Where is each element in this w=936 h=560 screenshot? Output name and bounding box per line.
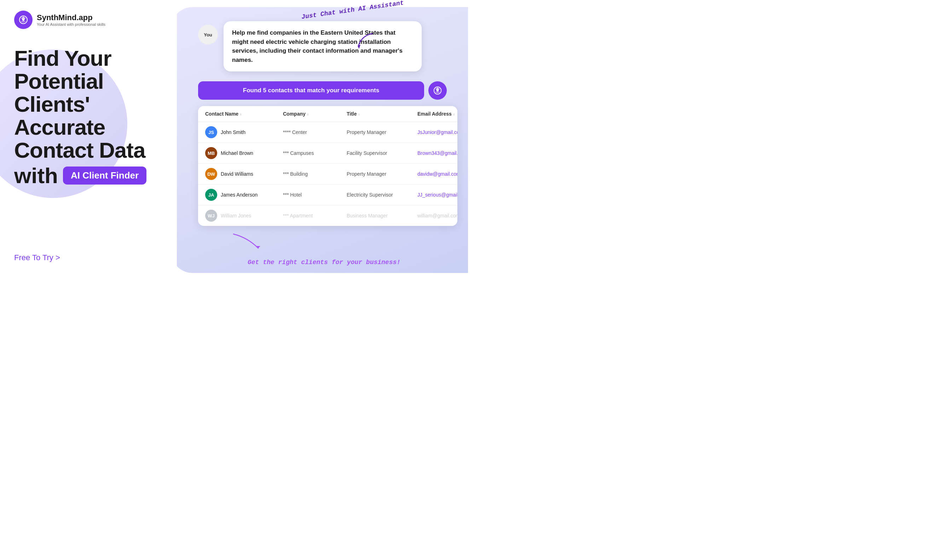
free-to-try-section: Free To Try > [14,253,163,269]
header-company: Company ↓ [283,111,347,117]
title-cell: Electricity Supervisor [347,192,418,198]
table-row: WJ William Jones *** Apartment Business … [198,205,457,226]
logo-area: SynthMind.app Your AI Assistant with pro… [14,11,163,29]
avatar: WJ [205,210,217,222]
table-row: DW David Williams *** Building Property … [198,164,457,185]
company-name: *** Apartment [283,213,313,218]
chat-message: Help me find companies in the Eastern Un… [232,28,413,65]
hero-with: with [14,163,58,188]
avatar: DW [205,168,217,180]
email-address: william@gmail.com [418,213,457,218]
company-name: **** Center [283,129,307,135]
title-cell: Facility Supervisor [347,150,418,156]
hero-line2: Potential [14,70,163,92]
company-cell: *** Campuses [283,150,347,156]
chat-section: You Help me find companies in the Easter… [198,21,447,71]
logo-subtitle: Your AI Assistant with professional skil… [37,22,105,26]
hero-line4: Accurate [14,115,163,138]
header-contact-name: Contact Name ↓ [205,111,283,117]
sort-arrow-email[interactable]: ↓ [453,112,455,116]
company-name: *** Building [283,171,308,177]
email-address: Brown343@gmail.com [418,150,457,156]
email-address: JJ_serious@gmail.com [418,192,457,198]
company-name: *** Campuses [283,150,314,156]
hero-text: Find Your Potential Clients' Accurate Co… [14,47,163,188]
just-chat-arrow [355,32,376,49]
free-to-try-link[interactable]: Free To Try > [14,253,60,262]
contact-name: James Anderson [221,192,258,198]
sort-arrow-company[interactable]: ↓ [307,112,309,116]
logo-title: SynthMind.app [37,13,105,22]
sort-arrow-title[interactable]: ↓ [358,112,360,116]
title-cell: Property Manager [347,171,418,177]
name-cell: MB Michael Brown [205,147,283,159]
ai-client-finder-badge[interactable]: AI Client Finder [63,166,146,185]
contact-name: Michael Brown [221,150,253,156]
job-title: Business Manager [347,213,388,218]
found-contacts-bar: Found 5 contacts that match your require… [198,81,447,100]
company-cell: **** Center [283,129,347,135]
avatar: JS [205,126,217,138]
table-row: MB Michael Brown *** Campuses Facility S… [198,143,457,164]
title-cell: Property Manager [347,129,418,135]
title-cell: Business Manager [347,212,418,219]
header-email: Email Address ↓ [418,111,457,117]
svg-marker-5 [255,246,261,248]
table-row: JA James Anderson *** Hotel Electricity … [198,185,457,205]
company-cell: *** Building [283,171,347,177]
contact-name: William Jones [221,213,251,218]
company-name: *** Hotel [283,192,302,198]
contact-name: David Williams [221,171,253,177]
hero-line5: Contact Data [14,138,163,162]
hero-line1: Find Your [14,47,163,70]
logo-icon [14,11,32,29]
svg-point-1 [22,19,25,21]
email-cell: davidw@gmail.com [418,171,457,177]
name-cell: JA James Anderson [205,189,283,201]
header-title: Title ↓ [347,111,418,117]
svg-point-4 [436,89,439,92]
bottom-arrow [227,231,269,252]
avatar: MB [205,147,217,159]
email-address: JsJunior@gmail.com [418,129,457,135]
name-cell: JS John Smith [205,126,283,138]
email-cell: william@gmail.com [418,212,457,219]
company-cell: *** Apartment [283,212,347,219]
email-address: davidw@gmail.com [418,171,457,177]
avatar: JA [205,189,217,201]
contacts-table: Contact Name ↓ Company ↓ Title ↓ Email A… [198,106,457,226]
table-row: JS John Smith **** Center Property Manag… [198,122,457,143]
job-title: Facility Supervisor [347,150,387,156]
job-title: Property Manager [347,171,386,177]
found-badge: Found 5 contacts that match your require… [198,81,424,100]
job-title: Electricity Supervisor [347,192,393,198]
email-cell: JsJunior@gmail.com [418,129,457,135]
sort-arrow-name[interactable]: ↓ [240,112,242,116]
chat-bubble: Help me find companies in the Eastern Un… [224,21,422,71]
contact-name: John Smith [221,129,245,135]
ai-icon-circle [429,81,447,100]
name-cell: DW David Williams [205,168,283,180]
email-cell: JJ_serious@gmail.com [418,192,457,198]
company-cell: *** Hotel [283,192,347,198]
bottom-annotation: Get the right clients for your business! [248,259,401,266]
you-label: You [198,25,218,45]
table-rows-container: JS John Smith **** Center Property Manag… [198,122,457,226]
job-title: Property Manager [347,129,386,135]
email-cell: Brown343@gmail.com [418,150,457,156]
name-cell: WJ William Jones [205,210,283,222]
table-header: Contact Name ↓ Company ↓ Title ↓ Email A… [198,106,457,122]
hero-line3: Clients' [14,92,163,115]
